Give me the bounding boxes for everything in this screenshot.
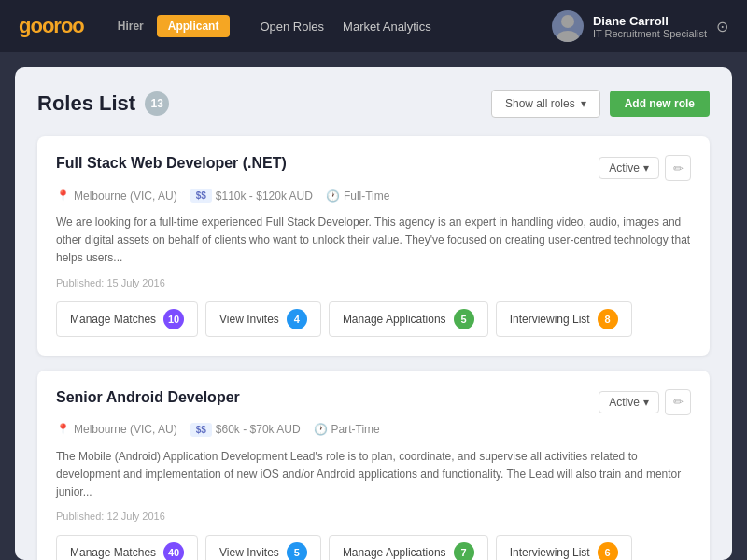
action-count: 7 — [454, 542, 474, 560]
role-description: We are looking for a full-time experienc… — [56, 214, 691, 268]
location-icon: 📍 — [56, 189, 70, 203]
action-btn-2[interactable]: Manage Applications 7 — [329, 535, 488, 560]
status-label: Active — [609, 161, 640, 175]
salary-badge: $$ — [190, 423, 212, 437]
role-meta: 📍 Melbourne (VIC, AU) $$ $110k - $120k A… — [56, 189, 691, 203]
add-role-button[interactable]: Add new role — [610, 91, 710, 117]
status-dropdown[interactable]: Active ▾ — [599, 391, 659, 413]
page-actions: Show all roles ▾ Add new role — [491, 90, 710, 118]
chevron-down-icon: ▾ — [643, 161, 649, 175]
action-btn-2[interactable]: Manage Applications 5 — [329, 301, 488, 337]
user-info: Diane Carroll IT Recruitment Specialist — [593, 14, 707, 39]
salary-text: $60k - $70k AUD — [216, 423, 301, 436]
avatar — [552, 10, 584, 42]
user-section: Diane Carroll IT Recruitment Specialist … — [552, 10, 728, 42]
action-btn-0[interactable]: Manage Matches 10 — [56, 301, 198, 337]
chevron-down-icon: ▾ — [643, 396, 649, 409]
svg-point-1 — [557, 31, 579, 42]
salary-badge: $$ — [190, 189, 212, 203]
action-count: 5 — [454, 309, 474, 329]
type-text: Part-Time — [331, 423, 380, 436]
chevron-down-icon: ▾ — [581, 97, 586, 110]
action-row: Manage Matches 10 View Invites 4 Manage … — [56, 301, 691, 337]
type-text: Full-Time — [344, 189, 390, 203]
location-text: Melbourne (VIC, AU) — [74, 423, 177, 436]
action-row: Manage Matches 40 View Invites 5 Manage … — [56, 535, 691, 560]
edit-icon[interactable]: ✏ — [665, 155, 691, 181]
logo: gooroo — [19, 14, 84, 38]
role-card-header: Senior Android Developer Active ▾ ✏ — [56, 389, 691, 415]
location-meta: 📍 Melbourne (VIC, AU) — [56, 189, 177, 203]
action-count: 10 — [163, 309, 184, 329]
salary-text: $110k - $120k AUD — [216, 189, 313, 203]
nav-tabs: Hirer Applicant — [106, 15, 231, 37]
location-meta: 📍 Melbourne (VIC, AU) — [56, 423, 177, 436]
show-roles-button[interactable]: Show all roles ▾ — [491, 90, 600, 118]
action-label: View Invites — [219, 546, 279, 559]
user-name: Diane Carroll — [593, 14, 707, 28]
main-content: Roles List 13 Show all roles ▾ Add new r… — [15, 67, 732, 560]
role-description: The Mobile (Android) Application Develop… — [56, 448, 691, 502]
action-label: Manage Matches — [70, 546, 156, 559]
role-status: Active ▾ ✏ — [599, 155, 691, 181]
nav-open-roles[interactable]: Open Roles — [260, 20, 324, 34]
user-role: IT Recruitment Specialist — [593, 28, 707, 39]
page-header: Roles List 13 Show all roles ▾ Add new r… — [37, 90, 710, 118]
roles-list: Full Stack Web Developer (.NET) Active ▾… — [37, 136, 710, 560]
action-count: 5 — [287, 542, 307, 560]
status-label: Active — [609, 396, 640, 409]
role-meta: 📍 Melbourne (VIC, AU) $$ $60k - $70k AUD… — [56, 423, 691, 437]
action-btn-0[interactable]: Manage Matches 40 — [56, 535, 198, 560]
action-btn-1[interactable]: View Invites 5 — [205, 535, 321, 560]
clock-icon: 🕐 — [326, 189, 340, 203]
type-meta: 🕐 Full-Time — [326, 189, 390, 203]
svg-point-0 — [561, 15, 574, 28]
status-dropdown[interactable]: Active ▾ — [599, 157, 659, 179]
action-count: 40 — [163, 542, 184, 560]
action-label: Manage Applications — [343, 313, 446, 326]
location-text: Melbourne (VIC, AU) — [74, 189, 177, 203]
role-card-header: Full Stack Web Developer (.NET) Active ▾… — [56, 155, 691, 181]
header: gooroo Hirer Applicant Open Roles Market… — [0, 0, 747, 52]
role-card: Full Stack Web Developer (.NET) Active ▾… — [37, 136, 710, 356]
salary-meta: $$ $60k - $70k AUD — [190, 423, 301, 437]
action-count: 4 — [287, 309, 307, 329]
action-label: Manage Matches — [70, 313, 156, 326]
location-icon: 📍 — [56, 423, 70, 436]
role-title: Senior Android Developer — [56, 389, 599, 406]
roles-count-badge: 13 — [145, 91, 169, 116]
role-card: Senior Android Developer Active ▾ ✏ 📍 Me… — [37, 371, 710, 560]
action-label: View Invites — [219, 313, 279, 326]
action-count: 8 — [598, 309, 618, 329]
action-btn-1[interactable]: View Invites 4 — [205, 301, 321, 337]
action-label: Interviewing List — [510, 546, 590, 559]
action-btn-3[interactable]: Interviewing List 8 — [496, 301, 632, 337]
role-title: Full Stack Web Developer (.NET) — [56, 155, 599, 172]
nav-market-analytics[interactable]: Market Analytics — [343, 20, 431, 34]
published-date: Published: 12 July 2016 — [56, 511, 691, 522]
action-btn-3[interactable]: Interviewing List 6 — [496, 535, 632, 560]
clock-icon: 🕐 — [314, 423, 328, 436]
published-date: Published: 15 July 2016 — [56, 277, 691, 288]
page-title: Roles List — [37, 91, 135, 116]
action-label: Interviewing List — [510, 313, 590, 326]
type-meta: 🕐 Part-Time — [314, 423, 380, 436]
salary-meta: $$ $110k - $120k AUD — [190, 189, 313, 203]
settings-icon[interactable]: ⊙ — [716, 18, 728, 35]
tab-applicant[interactable]: Applicant — [157, 15, 231, 37]
nav-links: Open Roles Market Analytics — [260, 20, 430, 34]
action-count: 6 — [598, 542, 618, 560]
action-label: Manage Applications — [343, 546, 446, 559]
role-status: Active ▾ ✏ — [599, 389, 691, 415]
tab-hirer[interactable]: Hirer — [106, 15, 155, 37]
edit-icon[interactable]: ✏ — [665, 389, 691, 415]
